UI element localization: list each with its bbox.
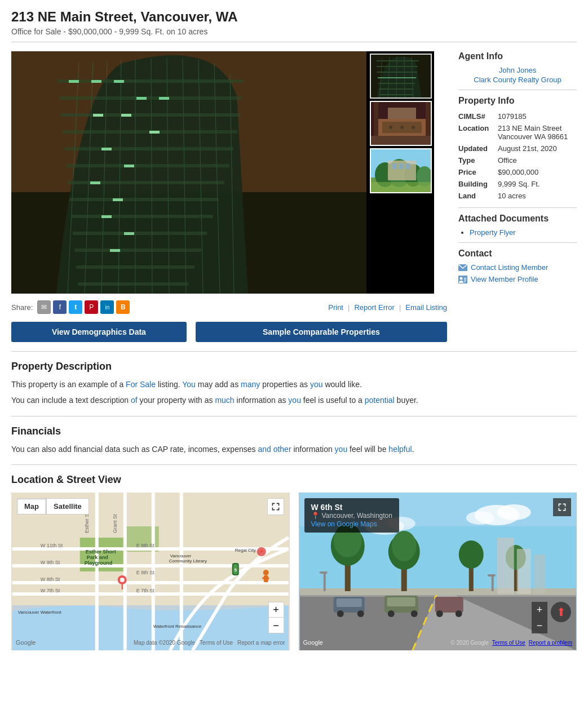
report-error-link[interactable]: Report Error (354, 303, 395, 312)
table-row: Building 9,999 Sq. Ft. (458, 178, 577, 190)
street-view-placeholder: W 6th St 📍 Vancouver, Washington View on… (299, 493, 577, 650)
share-pinterest-icon[interactable]: P (85, 300, 98, 314)
map-container[interactable]: 5 W 11th St W 9th St W 8th St W 7th St E… (11, 493, 290, 650)
svg-rect-49 (377, 72, 417, 73)
svg-rect-159 (516, 549, 530, 594)
svg-text:Grant St: Grant St (112, 514, 118, 533)
svg-text:Community Library: Community Library (169, 558, 207, 564)
map-report-link[interactable]: Report a map error (237, 640, 285, 646)
location-section: Location & Street View (0, 465, 588, 650)
svg-rect-80 (464, 281, 466, 282)
svg-point-145 (337, 610, 343, 617)
property-description-para-2: You can include a text description of yo… (11, 394, 577, 406)
sv-zoom-in-button[interactable]: + (532, 602, 547, 618)
street-view-compass[interactable]: ⬆ (551, 602, 571, 622)
map-tab-map[interactable]: Map (17, 498, 46, 515)
field-value: 213 NE Main StreetVancouver WA 98661 (498, 122, 577, 143)
field-value: 10 acres (498, 190, 577, 202)
table-row: Updated August 21st, 2020 (458, 143, 577, 154)
agent-info-title: Agent Info (458, 51, 577, 61)
table-row: Type Office (458, 154, 577, 166)
location-title: Location & Street View (11, 474, 577, 486)
svg-text:Waterfront Renaissance: Waterfront Renaissance (153, 624, 202, 629)
thumbnail-3[interactable] (370, 148, 432, 193)
svg-rect-18 (66, 164, 229, 167)
share-icons: ✉ f t P in B (37, 300, 130, 314)
thumbnail-2[interactable] (370, 101, 432, 146)
email-listing-link[interactable]: Email Listing (405, 303, 447, 312)
svg-rect-60 (388, 108, 416, 119)
map-zoom-out-button[interactable]: − (268, 618, 284, 633)
share-links: Print | Report Error | Email Listing (328, 303, 447, 312)
property-info-title: Property Info (458, 96, 577, 106)
map-zoom-in-button[interactable]: + (268, 602, 284, 618)
svg-rect-33 (149, 131, 160, 134)
map-tab-satellite[interactable]: Satellite (46, 498, 89, 515)
svg-rect-158 (497, 538, 514, 594)
map-terms-link[interactable]: Terms of Use (200, 640, 233, 646)
property-flyer-link[interactable]: Property Flyer (470, 228, 516, 237)
share-twitter-icon[interactable]: t (69, 300, 82, 314)
street-view-zoom-controls: + − (532, 602, 547, 633)
svg-rect-53 (379, 94, 413, 95)
svg-rect-38 (101, 215, 112, 218)
financials-text: You can also add financial data such as … (11, 443, 577, 455)
sv-pin-icon: 📍 (311, 512, 320, 520)
svg-text:E 8th St: E 8th St (136, 570, 155, 575)
view-on-google-maps-link[interactable]: View on Google Maps (311, 520, 377, 528)
map-expand-button[interactable] (267, 498, 284, 515)
svg-rect-36 (90, 181, 100, 184)
property-description-title: Property Description (11, 361, 577, 373)
share-facebook-icon[interactable]: f (53, 300, 67, 314)
svg-text:5: 5 (235, 567, 237, 573)
main-image[interactable] (11, 51, 366, 294)
svg-text:W 7th St: W 7th St (41, 588, 60, 593)
svg-rect-29 (136, 97, 147, 100)
svg-rect-22 (73, 232, 207, 235)
property-description-section: Property Description This property is an… (0, 352, 588, 416)
svg-point-140 (458, 540, 483, 569)
svg-rect-40 (110, 249, 120, 252)
contact-listing-member-link[interactable]: Contact Listing Member (458, 263, 577, 272)
svg-rect-157 (487, 574, 495, 577)
property-info-table: CIMLS# 1079185 Location 213 NE Main Stre… (458, 110, 577, 202)
print-link[interactable]: Print (328, 303, 343, 312)
svg-point-114 (120, 578, 125, 582)
field-value: 1079185 (498, 110, 577, 122)
table-row: CIMLS# 1079185 (458, 110, 577, 122)
sv-zoom-out-button[interactable]: − (532, 618, 547, 633)
field-label: Type (458, 154, 498, 166)
svg-text:Regal City: Regal City (235, 548, 256, 553)
svg-rect-156 (491, 574, 493, 591)
map-placeholder: 5 W 11th St W 9th St W 8th St W 7th St E… (11, 493, 290, 650)
envelope-icon (458, 264, 467, 271)
svg-text:E 9th St: E 9th St (136, 543, 155, 548)
sv-report-link[interactable]: Report a problem (529, 640, 572, 646)
map-data-label: Map data ©2020 Google (134, 640, 195, 646)
svg-rect-78 (464, 278, 466, 279)
svg-rect-47 (377, 60, 419, 61)
view-demographics-button[interactable]: View Demographics Data (11, 322, 187, 342)
svg-point-138 (391, 531, 416, 561)
svg-rect-28 (114, 80, 124, 83)
svg-point-61 (389, 126, 392, 129)
table-row: Land 10 acres (458, 190, 577, 202)
svg-point-152 (436, 610, 443, 617)
svg-rect-32 (121, 114, 131, 117)
svg-rect-23 (74, 249, 201, 252)
thumbnail-1[interactable] (370, 54, 432, 99)
field-value: August 21st, 2020 (498, 143, 577, 154)
info-divider (458, 207, 577, 208)
sample-comparable-button[interactable]: Sample Comparable Properties (196, 322, 447, 342)
sv-terms-link[interactable]: Terms of Use (492, 640, 525, 646)
street-view-expand-button[interactable] (553, 498, 571, 516)
share-email-icon[interactable]: ✉ (37, 300, 51, 314)
svg-rect-14 (59, 96, 242, 100)
share-linkedin-icon[interactable]: in (100, 300, 114, 314)
page-header: 213 NE Main Street, Vancouver, WA Office… (0, 0, 588, 42)
svg-point-125 (497, 504, 530, 520)
share-blogger-icon[interactable]: B (116, 300, 130, 314)
street-view-container[interactable]: W 6th St 📍 Vancouver, Washington View on… (299, 493, 577, 650)
contact-listing-member-label: Contact Listing Member (471, 263, 548, 272)
view-member-profile-link[interactable]: View Member Profile (458, 275, 577, 283)
